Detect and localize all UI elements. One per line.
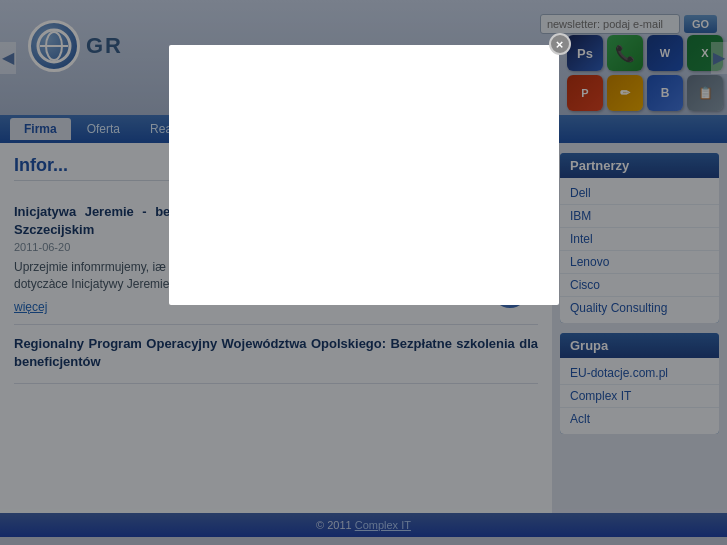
- modal-close-button[interactable]: ×: [549, 33, 571, 55]
- modal-box: ×: [169, 45, 559, 305]
- modal-overlay[interactable]: ×: [0, 0, 727, 545]
